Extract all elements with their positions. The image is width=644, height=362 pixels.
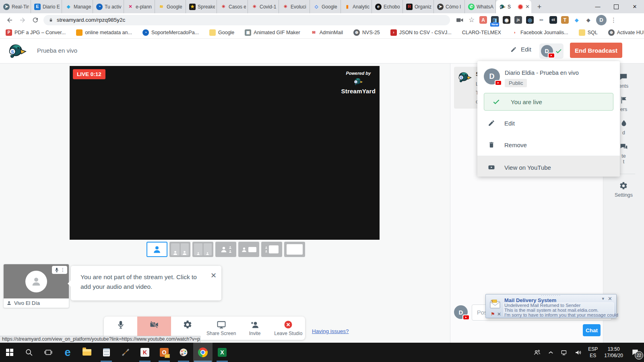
forward-icon[interactable] <box>19 16 26 24</box>
layout-button-sidebar[interactable] <box>215 242 236 257</box>
ct-extension-icon[interactable]: ct <box>549 16 557 24</box>
back-icon[interactable] <box>6 16 13 24</box>
browser-tab[interactable]: ◇Google <box>310 0 341 13</box>
browser-menu-icon[interactable]: ⋮ <box>611 16 617 24</box>
bookmark-item[interactable]: ▦Animated GIF Maker <box>245 29 300 36</box>
pdf-extension-icon[interactable]: A <box>479 16 487 24</box>
bookmark-item[interactable]: SQL <box>579 29 598 36</box>
taskbar-folder-icon[interactable] <box>77 343 97 362</box>
sidebar-item-banners[interactable]: ers <box>619 96 628 112</box>
taskbar-taskview-icon[interactable] <box>39 343 58 362</box>
browser-tab[interactable]: ★Spreake <box>186 0 217 13</box>
reload-icon[interactable] <box>32 16 39 24</box>
sidebar-item-brand[interactable]: d <box>619 119 628 136</box>
popup-minimize-icon[interactable]: ▾ <box>602 296 604 301</box>
taskbar-outlook-icon[interactable]: O <box>155 343 174 362</box>
window-minimize-button[interactable]: — <box>588 0 607 13</box>
taskbar-search-icon[interactable] <box>19 343 39 362</box>
having-issues-link[interactable]: Having issues? <box>312 328 349 334</box>
js-toggle-extension-icon[interactable]: js <box>514 16 522 24</box>
layout-button-solo[interactable] <box>147 242 167 257</box>
target-extension-icon[interactable]: ◎ <box>526 16 534 24</box>
browser-tab[interactable]: ✕e-plann <box>124 0 155 13</box>
layout-button-screen[interactable] <box>238 242 259 257</box>
people-icon[interactable] <box>530 343 544 362</box>
privacy-extension-icon[interactable]: ◉ <box>503 16 510 24</box>
chevron-up-icon[interactable] <box>544 343 557 362</box>
destination-chip[interactable]: D <box>539 43 564 59</box>
bookmark-item[interactable]: CLARO-TELMEX <box>462 30 501 35</box>
more-options-icon[interactable]: ⋮ <box>60 267 65 272</box>
mic-icon[interactable] <box>54 267 60 273</box>
layout-button-screencol[interactable] <box>261 242 282 257</box>
address-bar[interactable]: streamyard.com/rpzq985y2c <box>43 15 450 25</box>
taskbar-kapp-icon[interactable]: K <box>135 343 155 362</box>
puzzle-extension-icon[interactable]: ◈ <box>584 16 592 24</box>
bookmark-item[interactable]: ⊕Activate HUD <box>608 29 644 36</box>
taskbar-tools-icon[interactable] <box>116 343 135 362</box>
layout-button-small[interactable] <box>192 242 213 257</box>
tool-extension-icon[interactable]: T <box>561 16 569 24</box>
bookmark-item[interactable]: ◔SoporteMercadoPa... <box>142 29 199 36</box>
sidebar-item-gear[interactable]: Settings <box>615 181 633 198</box>
tab-camera-indicator-icon[interactable] <box>456 16 464 24</box>
participant-tile[interactable]: ⋮ Vivo El Día <box>3 264 69 308</box>
mail-title[interactable]: Mail Delivery System <box>504 297 556 303</box>
sidebar-item-privatechat[interactable]: te t <box>619 142 628 165</box>
taskbar-start-icon[interactable] <box>0 343 19 362</box>
layout-button-split[interactable] <box>169 242 190 257</box>
tooltip-close-icon[interactable]: ✕ <box>211 271 217 280</box>
window-close-button[interactable]: ✕ <box>625 0 644 13</box>
profile-avatar[interactable]: D <box>596 15 607 25</box>
taskbar-notepad-icon[interactable] <box>97 343 116 362</box>
popup-grip[interactable]: ·········· <box>541 293 561 297</box>
delete-icon[interactable]: ✕ <box>497 311 501 317</box>
browser-tab[interactable]: ✳Casos e <box>217 0 248 13</box>
action-center-icon[interactable]: 22 <box>626 343 644 362</box>
clock[interactable]: 13:5017/06/20 <box>601 346 626 359</box>
sidebar-item-comments[interactable]: ents <box>619 72 629 89</box>
browser-tab[interactable]: ➤Real-Tim <box>0 0 31 13</box>
browser-tab[interactable]: ROrganiz <box>403 0 434 13</box>
browser-tab[interactable]: ✆WhatsA <box>465 0 496 13</box>
bookmark-item[interactable]: ›JSON to CSV - CSVJ... <box>390 29 452 36</box>
browser-tab[interactable]: EDiario E <box>31 0 62 13</box>
share-button[interactable]: Share Screen <box>204 317 238 340</box>
layout-button-full[interactable] <box>284 242 305 257</box>
popup-close-icon[interactable]: ✕ <box>608 296 612 302</box>
invid-extension-icon[interactable]: ▸▸ <box>538 16 545 24</box>
browser-tab[interactable]: ✳Evoluci <box>279 0 310 13</box>
participant-video[interactable]: ⋮ <box>4 264 69 298</box>
bookmark-item[interactable]: ⊕NVS-25 <box>353 29 380 36</box>
browser-tab[interactable]: ▮Analytic <box>341 0 372 13</box>
browser-tab-active[interactable]: SS✕ <box>496 0 531 13</box>
streamyard-logo-icon[interactable]: S <box>7 41 27 61</box>
screen-capture-extension-icon[interactable]: ◨New <box>491 16 499 24</box>
invite-button[interactable]: Invite <box>238 317 271 340</box>
edit-broadcast-button[interactable]: Edit <box>510 46 531 53</box>
browser-tab[interactable]: ◆Manage <box>62 0 93 13</box>
bookmark-item[interactable]: Google <box>209 29 234 36</box>
bookmark-item[interactable]: online metadata an... <box>76 29 132 36</box>
bookmark-item[interactable]: ◗Facebook Journalis... <box>512 29 568 36</box>
taskbar-edge-icon[interactable]: e <box>58 343 77 362</box>
chat-button[interactable]: Chat <box>583 324 601 336</box>
bookmark-item[interactable]: ✉AdminMail <box>311 29 343 36</box>
menu-item-view-on-youtube[interactable]: View on YouTube <box>477 156 620 177</box>
leave-button[interactable]: Leave Studio <box>272 317 305 340</box>
browser-tab[interactable]: ✳Covid-1 <box>248 0 279 13</box>
bookmark-star-icon[interactable]: ☆ <box>468 16 475 24</box>
window-maximize-button[interactable] <box>607 0 625 13</box>
browser-tab[interactable]: ➤Cómo l <box>434 0 465 13</box>
feather-extension-icon[interactable]: ◆ <box>573 16 580 24</box>
menu-item-edit[interactable]: Edit <box>477 112 620 134</box>
browser-tab[interactable]: ≋Google <box>155 0 186 13</box>
taskbar-excel-icon[interactable]: X <box>213 343 232 362</box>
taskbar-palette-icon[interactable] <box>174 343 193 362</box>
mail-notification-popup[interactable]: ·········· Mail Delivery System Undelive… <box>485 294 617 318</box>
flag-icon[interactable]: ⚑ <box>491 311 495 317</box>
new-tab-button[interactable]: + <box>534 1 545 12</box>
browser-tab[interactable]: ◔Tu activ <box>93 0 124 13</box>
menu-item-remove[interactable]: Remove <box>477 134 620 156</box>
taskbar-chrome-icon[interactable] <box>193 343 213 362</box>
